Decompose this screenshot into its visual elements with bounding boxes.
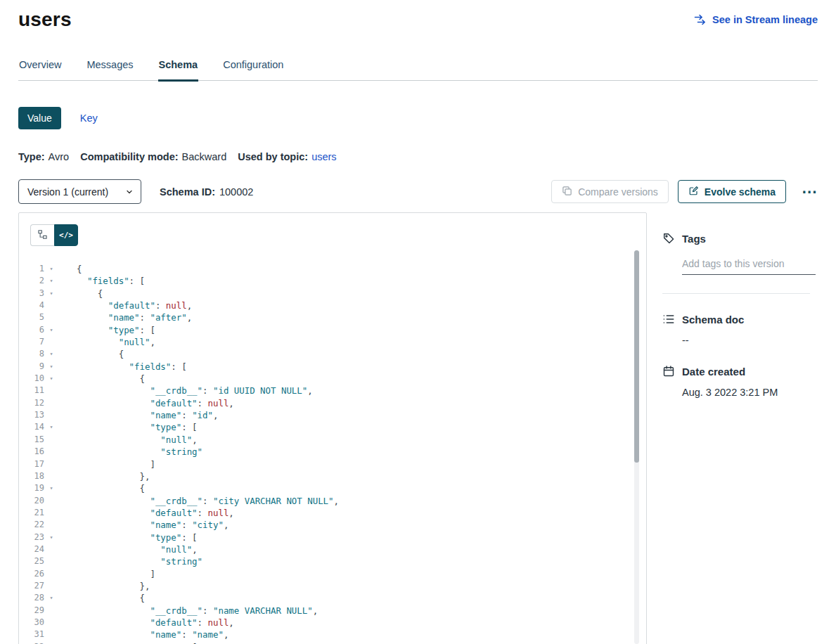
code-line: 13 "name": "id", bbox=[29, 409, 646, 421]
page-title: users bbox=[18, 8, 72, 31]
code-text: { bbox=[77, 348, 124, 360]
see-in-stream-lineage-link[interactable]: See in Stream lineage bbox=[694, 14, 818, 25]
code-text: "string" bbox=[77, 446, 202, 458]
fold-arrow-icon[interactable]: ▾ bbox=[44, 532, 58, 543]
code-line: 9▾ "fields": [ bbox=[29, 361, 646, 373]
code-text: "type": [ bbox=[77, 641, 198, 644]
more-options-button[interactable]: ⋯ bbox=[802, 188, 818, 195]
key-toggle-button[interactable]: Key bbox=[80, 112, 98, 124]
edit-icon bbox=[688, 186, 699, 198]
tab-overview[interactable]: Overview bbox=[18, 59, 62, 82]
fold-arrow-icon[interactable]: ▾ bbox=[44, 373, 58, 385]
fold-arrow-icon[interactable]: ▾ bbox=[44, 348, 58, 360]
code-line: 32▾ "type": [ bbox=[29, 641, 646, 644]
fold-arrow-icon[interactable]: ▾ bbox=[44, 263, 58, 275]
date-created-title: Date created bbox=[682, 366, 745, 378]
topic-link[interactable]: users bbox=[311, 151, 336, 162]
tree-view-button[interactable] bbox=[30, 224, 54, 246]
fold-arrow-icon[interactable]: ▾ bbox=[44, 592, 58, 604]
line-number: 8 bbox=[29, 348, 44, 360]
line-number: 26 bbox=[29, 568, 44, 580]
tags-header: Tags bbox=[662, 232, 816, 245]
value-key-toggle: Value Key bbox=[18, 107, 818, 129]
tag-icon bbox=[662, 232, 675, 245]
line-number: 32 bbox=[29, 641, 44, 644]
code-text: "type": [ bbox=[77, 324, 155, 336]
schema-doc-header: Schema doc bbox=[662, 313, 816, 326]
code-text: { bbox=[77, 482, 145, 494]
calendar-icon bbox=[662, 365, 675, 378]
fold-arrow-icon[interactable]: ▾ bbox=[44, 421, 58, 433]
fold-arrow-icon[interactable]: ▾ bbox=[44, 288, 58, 300]
code-line: 6▾ "type": [ bbox=[29, 324, 646, 336]
code-text: "string" bbox=[77, 555, 202, 567]
compare-versions-button[interactable]: Compare versions bbox=[551, 180, 669, 203]
code-line: 26 ] bbox=[29, 568, 646, 580]
code-text: "type": [ bbox=[77, 532, 198, 543]
code-line: 8▾ { bbox=[29, 348, 646, 360]
code-text: "type": [ bbox=[77, 421, 198, 433]
code-text: }, bbox=[77, 470, 150, 482]
scrollbar[interactable] bbox=[634, 250, 639, 644]
tab-messages[interactable]: Messages bbox=[86, 59, 134, 82]
fold-spacer bbox=[44, 336, 58, 348]
code-text: "name": "city", bbox=[77, 519, 229, 531]
code-text: "__crdb__": "name VARCHAR NULL", bbox=[77, 605, 318, 617]
schema-editor-panel: </> 1▾{2▾ "fields": [3▾ {4 "default": nu… bbox=[18, 212, 647, 644]
schema-doc-title: Schema doc bbox=[682, 314, 744, 326]
line-number: 29 bbox=[29, 605, 44, 617]
line-number: 4 bbox=[29, 300, 44, 311]
fold-arrow-icon[interactable]: ▾ bbox=[44, 361, 58, 373]
line-number: 20 bbox=[29, 495, 44, 507]
line-number: 9 bbox=[29, 361, 44, 373]
line-number: 6 bbox=[29, 324, 44, 336]
add-tags-input[interactable] bbox=[682, 256, 816, 275]
fold-spacer bbox=[44, 434, 58, 446]
tab-configuration[interactable]: Configuration bbox=[222, 59, 284, 82]
fold-spacer bbox=[44, 311, 58, 323]
meta-compatibility: Compatibility mode: Backward bbox=[80, 151, 226, 162]
fold-spacer bbox=[44, 446, 58, 458]
fold-spacer bbox=[44, 580, 58, 592]
code-view-button[interactable]: </> bbox=[54, 224, 78, 246]
line-number: 18 bbox=[29, 470, 44, 482]
meta-topic: Used by topic: users bbox=[238, 151, 336, 162]
line-number: 22 bbox=[29, 519, 44, 531]
line-number: 12 bbox=[29, 397, 44, 409]
fold-arrow-icon[interactable]: ▾ bbox=[44, 324, 58, 336]
meta-type: Type: Avro bbox=[18, 151, 69, 162]
scrollbar-thumb[interactable] bbox=[634, 250, 639, 463]
line-number: 31 bbox=[29, 629, 44, 640]
tab-schema[interactable]: Schema bbox=[158, 59, 199, 82]
code-text: "default": null, bbox=[77, 300, 192, 311]
code-line: 4 "default": null, bbox=[29, 300, 646, 311]
line-number: 17 bbox=[29, 458, 44, 470]
line-number: 2 bbox=[29, 275, 44, 287]
stream-lineage-icon bbox=[694, 14, 707, 25]
code-editor[interactable]: 1▾{2▾ "fields": [3▾ {4 "default": null,5… bbox=[19, 253, 646, 644]
line-number: 23 bbox=[29, 532, 44, 543]
value-toggle-button[interactable]: Value bbox=[18, 107, 61, 129]
evolve-schema-button[interactable]: Evolve schema bbox=[678, 180, 786, 203]
fold-arrow-icon[interactable]: ▾ bbox=[44, 641, 58, 644]
fold-spacer bbox=[44, 300, 58, 311]
code-line: 17 ] bbox=[29, 458, 646, 470]
line-number: 10 bbox=[29, 373, 44, 385]
code-text: }, bbox=[77, 580, 150, 592]
line-number: 25 bbox=[29, 555, 44, 567]
schema-id-label: Schema ID: bbox=[160, 186, 215, 198]
code-line: 25 "string" bbox=[29, 555, 646, 567]
version-select[interactable]: Version 1 (current) bbox=[18, 179, 141, 204]
version-actions: Compare versions Evolve schema ⋯ bbox=[551, 180, 818, 203]
code-line: 18 }, bbox=[29, 470, 646, 482]
schema-meta-row: Type: Avro Compatibility mode: Backward … bbox=[18, 151, 818, 162]
fold-arrow-icon[interactable]: ▾ bbox=[44, 275, 58, 287]
date-created-section: Date created Aug. 3 2022 3:21 PM bbox=[662, 365, 816, 398]
used-by-topic-label: Used by topic: bbox=[238, 151, 308, 162]
line-number: 13 bbox=[29, 409, 44, 421]
version-select-value: Version 1 (current) bbox=[27, 186, 108, 198]
fold-arrow-icon[interactable]: ▾ bbox=[44, 482, 58, 494]
code-line: 14▾ "type": [ bbox=[29, 421, 646, 433]
code-line: 11 "__crdb__": "id UUID NOT NULL", bbox=[29, 385, 646, 397]
code-line: 21 "default": null, bbox=[29, 507, 646, 519]
